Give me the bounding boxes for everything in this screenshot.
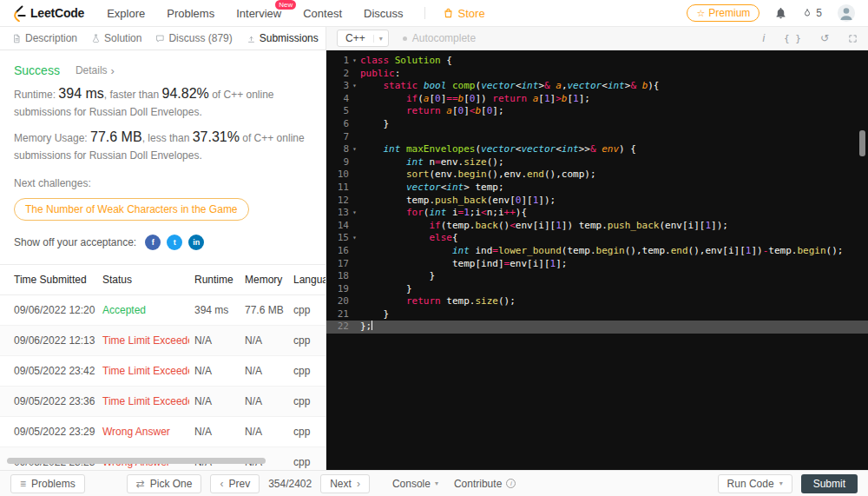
fold-arrow-icon[interactable] — [349, 169, 360, 182]
code-line-14[interactable]: 14 if(temp.back()<env[i][1]) temp.push_b… — [326, 220, 868, 233]
line-content: static bool comp(vector<int>& a,vector<i… — [360, 80, 660, 93]
tab-discuss-879[interactable]: Discuss (879) — [148, 27, 239, 50]
fold-arrow-icon[interactable]: ▾ — [349, 232, 360, 245]
submission-status[interactable]: Success — [14, 63, 60, 77]
contribute-link[interactable]: Contribute i — [454, 478, 516, 490]
code-line-13[interactable]: 13▾ for(int i=1;i<n;i++){ — [326, 207, 868, 220]
info-icon: i — [506, 479, 516, 488]
line-content: temp[ind]=env[i][1]; — [360, 258, 567, 271]
nav-divider — [424, 7, 425, 19]
language-select[interactable]: C++ ▾ — [337, 30, 389, 47]
code-editor[interactable]: 1▾class Solution {2public:3▾ static bool… — [326, 50, 868, 470]
solution-icon — [91, 34, 101, 43]
code-line-4[interactable]: 4 if(a[0]==b[0]) return a[1]>b[1]; — [326, 93, 868, 106]
new-badge: New — [275, 0, 296, 10]
code-line-9[interactable]: 9 int n=env.size(); — [326, 156, 868, 169]
autocomplete-label: Autocomplete — [412, 32, 476, 44]
console-toggle[interactable]: Console ▾ — [392, 478, 438, 490]
cell-status[interactable]: Time Limit Exceeded — [97, 387, 189, 417]
code-line-21[interactable]: 21 } — [326, 308, 868, 321]
fold-arrow-icon[interactable] — [349, 258, 360, 271]
details-link[interactable]: Details› — [76, 64, 115, 76]
avatar[interactable] — [837, 3, 856, 23]
code-line-5[interactable]: 5 return a[0]<b[0]; — [326, 105, 868, 118]
code-line-19[interactable]: 19 } — [326, 283, 868, 296]
leetcode-logo[interactable]: LeetCode — [12, 5, 84, 22]
code-line-8[interactable]: 8▾ int maxEnvelopes(vector<vector<int>>&… — [326, 143, 868, 156]
next-button[interactable]: Next › — [320, 474, 370, 493]
daily-streak[interactable]: 5 — [802, 7, 822, 19]
fold-arrow-icon[interactable] — [349, 321, 360, 334]
nav-item-contest[interactable]: Contest — [303, 7, 342, 20]
code-line-1[interactable]: 1▾class Solution { — [326, 55, 868, 68]
info-icon[interactable]: i — [762, 33, 765, 43]
fold-arrow-icon[interactable] — [349, 93, 360, 106]
line-number: 15 — [326, 232, 349, 245]
fold-arrow-icon[interactable] — [349, 220, 360, 233]
cell-time: 09/05/2022 23:36 — [0, 387, 97, 417]
cell-status[interactable]: Time Limit Exceeded — [97, 356, 189, 387]
prev-button[interactable]: ‹ Prev — [210, 474, 260, 493]
nav-item-discuss[interactable]: Discuss — [364, 7, 404, 20]
nav-item-store[interactable]: Store — [443, 7, 485, 20]
linkedin-icon[interactable]: in — [188, 235, 204, 250]
cell-status[interactable]: Time Limit Exceeded — [97, 326, 189, 356]
fold-arrow-icon[interactable]: ▾ — [349, 80, 360, 93]
cell-status[interactable]: Accepted — [97, 295, 189, 326]
code-line-12[interactable]: 12 temp.push_back(env[0][1]); — [326, 195, 868, 208]
fold-arrow-icon[interactable] — [349, 131, 360, 144]
nav-item-explore[interactable]: Explore — [107, 7, 145, 20]
fold-arrow-icon[interactable] — [349, 118, 360, 131]
fold-arrow-icon[interactable] — [349, 283, 360, 296]
editor-scrollbar-thumb[interactable] — [859, 130, 865, 156]
code-line-16[interactable]: 16 int ind=lower_bound(temp.begin(),temp… — [326, 245, 868, 258]
cell-status[interactable]: Wrong Answer — [97, 417, 189, 447]
submit-button[interactable]: Submit — [801, 474, 858, 493]
fold-arrow-icon[interactable] — [349, 245, 360, 258]
scrollbar-thumb[interactable] — [7, 458, 266, 464]
format-code-icon[interactable]: { } — [784, 34, 801, 43]
code-line-17[interactable]: 17 temp[ind]=env[i][1]; — [326, 258, 868, 271]
autocomplete-toggle[interactable]: Autocomplete — [403, 32, 476, 44]
tab-submissions[interactable]: Submissions — [240, 27, 326, 50]
table-horizontal-scrollbar[interactable] — [7, 458, 319, 464]
code-line-11[interactable]: 11 vector<int> temp; — [326, 182, 868, 195]
tab-solution[interactable]: Solution — [84, 27, 148, 50]
code-line-20[interactable]: 20 return temp.size(); — [326, 295, 868, 308]
cell-lang: cpp — [288, 356, 326, 387]
code-line-3[interactable]: 3▾ static bool comp(vector<int>& a,vecto… — [326, 80, 868, 93]
run-code-button[interactable]: Run Code ▾ — [718, 474, 792, 493]
code-line-2[interactable]: 2public: — [326, 68, 868, 81]
store-label: Store — [458, 7, 485, 20]
code-line-7[interactable]: 7 — [326, 131, 868, 144]
fold-arrow-icon[interactable] — [349, 105, 360, 118]
reset-code-icon[interactable]: ↺ — [820, 33, 829, 43]
fold-arrow-icon[interactable] — [349, 156, 360, 169]
premium-button[interactable]: ☆ Premium — [687, 4, 760, 22]
code-line-22[interactable]: 22}; — [326, 321, 868, 334]
code-line-15[interactable]: 15▾ else{ — [326, 232, 868, 245]
notifications-bell-icon[interactable] — [774, 6, 787, 20]
code-line-10[interactable]: 10 sort(env.begin(),env.end(),comp); — [326, 169, 868, 182]
tab-description[interactable]: Description — [5, 27, 84, 50]
fold-arrow-icon[interactable]: ▾ — [349, 143, 360, 156]
fold-arrow-icon[interactable] — [349, 308, 360, 321]
next-challenge-pill[interactable]: The Number of Weak Characters in the Gam… — [14, 198, 249, 221]
fold-arrow-icon[interactable] — [349, 182, 360, 195]
fold-arrow-icon[interactable] — [349, 68, 360, 81]
fold-arrow-icon[interactable]: ▾ — [349, 207, 360, 220]
problems-list-button[interactable]: ≡ Problems — [10, 474, 85, 493]
nav-item-problems[interactable]: Problems — [167, 7, 214, 20]
fold-arrow-icon[interactable] — [349, 295, 360, 308]
pick-one-button[interactable]: ⇄ Pick One — [127, 474, 202, 493]
code-line-18[interactable]: 18 } — [326, 270, 868, 283]
nav-item-interview[interactable]: InterviewNew — [236, 7, 281, 20]
fold-arrow-icon[interactable]: ▾ — [349, 55, 360, 68]
fold-arrow-icon[interactable] — [349, 195, 360, 208]
discuss-icon — [155, 34, 165, 43]
twitter-icon[interactable]: t — [167, 235, 182, 250]
facebook-icon[interactable]: f — [145, 235, 161, 250]
code-line-6[interactable]: 6 } — [326, 118, 868, 131]
fold-arrow-icon[interactable] — [349, 270, 360, 283]
fullscreen-icon[interactable] — [848, 34, 858, 43]
